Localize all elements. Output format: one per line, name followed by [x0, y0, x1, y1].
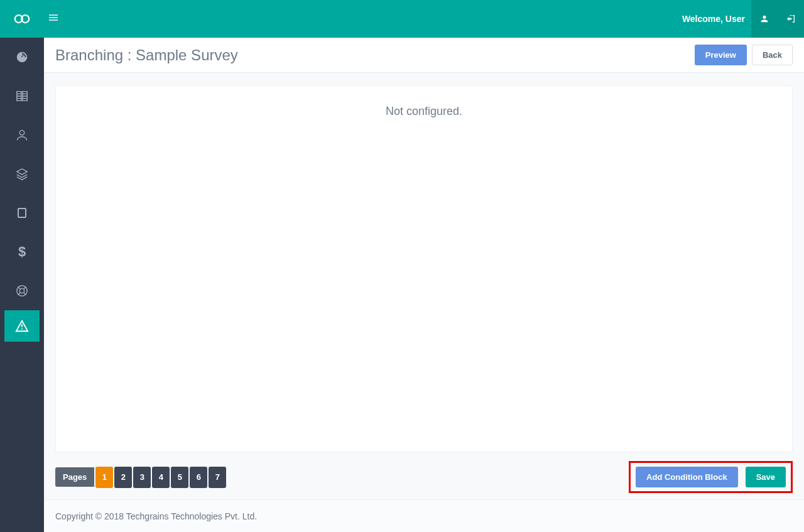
hamburger-icon — [49, 13, 58, 22]
config-card: Not configured. — [55, 85, 793, 452]
sidebar-item-layers[interactable] — [0, 155, 44, 193]
page-button-3[interactable]: 3 — [133, 467, 151, 488]
user-icon — [759, 14, 769, 24]
logo[interactable] — [0, 0, 44, 38]
page-button-1[interactable]: 1 — [95, 467, 113, 488]
back-button[interactable]: Back — [752, 45, 793, 65]
topbar: Welcome, User — [0, 0, 804, 38]
main-content: Branching : Sample Survey Preview Back N… — [44, 38, 804, 532]
logout-icon — [786, 14, 796, 24]
action-highlight: Add Condition Block Save — [629, 461, 793, 493]
add-condition-block-button[interactable]: Add Condition Block — [636, 467, 738, 487]
save-button[interactable]: Save — [746, 467, 786, 487]
svg-point-2 — [19, 131, 24, 135]
content-area: Not configured. Pages 1234567 Add Condit… — [44, 73, 804, 499]
footer: Copyright © 2018 Techgrains Technologies… — [44, 499, 804, 532]
sidebar-item-billing[interactable]: $ — [0, 232, 44, 271]
warning-icon — [15, 319, 29, 333]
preview-button[interactable]: Preview — [695, 45, 747, 65]
sidebar-item-device[interactable] — [0, 193, 44, 232]
device-icon — [18, 208, 26, 218]
sidebar-item-dashboard[interactable] — [0, 38, 44, 77]
empty-message: Not configured. — [56, 105, 792, 118]
page-header: Branching : Sample Survey Preview Back — [44, 38, 804, 73]
svg-point-4 — [19, 288, 24, 293]
sidebar: $ — [0, 38, 44, 532]
book-icon — [15, 89, 29, 103]
bottom-bar: Pages 1234567 Add Condition Block Save — [55, 452, 793, 493]
footer-copyright: Copyright © 2018 Techgrains Technologies… — [55, 511, 257, 521]
sidebar-item-alerts[interactable] — [4, 310, 40, 342]
pages-label: Pages — [55, 467, 94, 487]
sidebar-item-users[interactable] — [0, 116, 44, 155]
page-button-7[interactable]: 7 — [209, 467, 226, 488]
person-icon — [15, 128, 29, 142]
dollar-icon: $ — [18, 244, 26, 260]
logo-icon — [13, 13, 31, 25]
menu-toggle[interactable] — [44, 13, 69, 24]
sidebar-item-support[interactable] — [0, 271, 44, 310]
page-button-2[interactable]: 2 — [114, 467, 132, 488]
layers-icon — [15, 167, 29, 181]
page-title: Branching : Sample Survey — [55, 46, 695, 64]
sidebar-item-surveys[interactable] — [0, 77, 44, 116]
user-menu[interactable] — [751, 0, 778, 38]
logout-button[interactable] — [778, 0, 804, 38]
page-button-6[interactable]: 6 — [190, 467, 207, 488]
dashboard-icon — [15, 50, 29, 64]
lifebuoy-icon — [15, 284, 29, 298]
page-button-4[interactable]: 4 — [152, 467, 170, 488]
page-button-5[interactable]: 5 — [171, 467, 188, 488]
welcome-text: Welcome, User — [682, 14, 745, 24]
